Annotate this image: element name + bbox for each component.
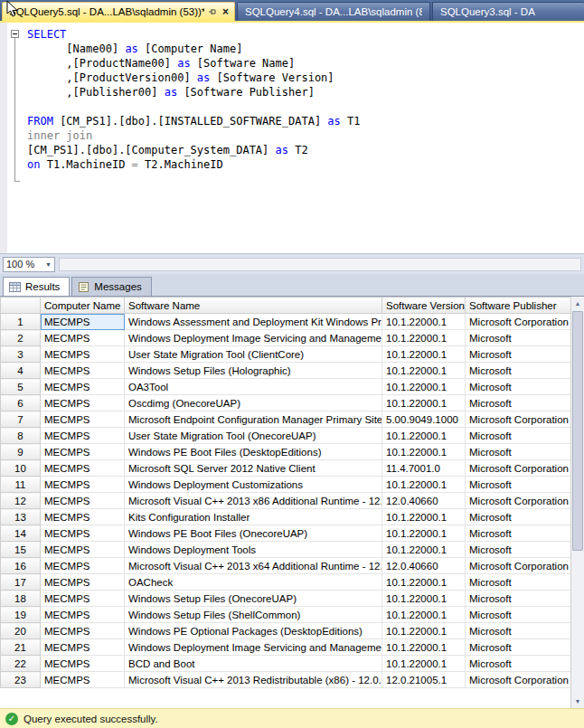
grid-cell[interactable]: MECMPS: [41, 558, 125, 574]
table-row[interactable]: 17MECMPSOACheck10.1.22000.1Microsoft: [1, 574, 571, 591]
grid-cell[interactable]: Microsoft: [466, 574, 571, 591]
grid-cell[interactable]: MECMPS: [41, 395, 125, 411]
grid-cell[interactable]: Windows Deployment Tools: [125, 542, 382, 558]
column-header-software-name[interactable]: Software Name: [125, 298, 382, 314]
grid-cell[interactable]: 10.1.22000.1: [382, 591, 466, 607]
pin-icon[interactable]: [208, 7, 217, 16]
table-row[interactable]: 16MECMPSMicrosoft Visual C++ 2013 x64 Ad…: [1, 558, 571, 574]
column-header-software-publisher[interactable]: Software Publisher: [466, 298, 571, 314]
grid-cell[interactable]: Windows PE Optional Packages (DesktopEdi…: [125, 623, 382, 639]
grid-cell[interactable]: 10.1.22000.1: [382, 363, 466, 379]
row-number-cell[interactable]: 22: [1, 656, 41, 672]
grid-cell[interactable]: 10.1.22000.1: [382, 395, 466, 411]
scroll-up-button[interactable]: ▲: [571, 297, 584, 310]
row-number-cell[interactable]: 1: [1, 314, 41, 330]
row-number-cell[interactable]: 19: [1, 607, 41, 623]
grid-cell[interactable]: MECMPS: [41, 607, 125, 623]
grid-cell[interactable]: Windows Deployment Customizations: [125, 477, 382, 493]
grid-cell[interactable]: Windows Setup Files (Holographic): [125, 363, 382, 379]
table-row[interactable]: 9MECMPSWindows PE Boot Files (DesktopEdi…: [1, 444, 571, 460]
table-row[interactable]: 5MECMPSOA3Tool10.1.22000.1Microsoft: [1, 379, 571, 395]
grid-cell[interactable]: MECMPS: [41, 574, 125, 591]
grid-cell[interactable]: MECMPS: [41, 639, 125, 656]
tab-sqlquery4[interactable]: SQLQuery4.sql - DA...LAB\sqladmin (84))*: [237, 2, 430, 21]
row-number-cell[interactable]: 21: [1, 639, 41, 656]
table-row[interactable]: 7MECMPSMicrosoft Endpoint Configuration …: [1, 411, 571, 428]
grid-cell[interactable]: 10.1.22000.1: [382, 346, 466, 363]
grid-cell[interactable]: 10.1.22000.1: [382, 607, 466, 623]
tab-results[interactable]: Results: [3, 277, 70, 296]
table-row[interactable]: 10MECMPSMicrosoft SQL Server 2012 Native…: [1, 460, 571, 477]
table-row[interactable]: 23MECMPSMicrosoft Visual C++ 2013 Redist…: [1, 672, 571, 688]
grid-cell[interactable]: Microsoft: [466, 542, 571, 558]
grid-cell[interactable]: Microsoft: [466, 379, 571, 395]
grid-cell[interactable]: Microsoft: [466, 591, 571, 607]
row-number-cell[interactable]: 12: [1, 493, 41, 509]
grid-cell[interactable]: MECMPS: [41, 363, 125, 379]
grid-cell[interactable]: 10.1.22000.1: [382, 574, 466, 591]
grid-cell[interactable]: Windows Setup Files (OnecoreUAP): [125, 591, 382, 607]
grid-cell[interactable]: OACheck: [125, 574, 382, 591]
grid-cell[interactable]: 12.0.21005.1: [382, 672, 466, 688]
grid-cell[interactable]: Microsoft Corporation: [466, 493, 571, 509]
grid-cell[interactable]: Oscdimg (OnecoreUAP): [125, 395, 382, 411]
grid-cell[interactable]: Microsoft Corporation: [466, 314, 571, 330]
table-row[interactable]: 3MECMPSUser State Migration Tool (Client…: [1, 346, 571, 363]
table-row[interactable]: 14MECMPSWindows PE Boot Files (OnecoreUA…: [1, 525, 571, 542]
row-number-cell[interactable]: 8: [1, 428, 41, 444]
grid-cell[interactable]: MECMPS: [41, 428, 125, 444]
grid-cell[interactable]: MECMPS: [41, 314, 125, 330]
row-number-cell[interactable]: 18: [1, 591, 41, 607]
table-row[interactable]: 21MECMPSWindows Deployment Image Servici…: [1, 639, 571, 656]
table-row[interactable]: 2MECMPSWindows Deployment Image Servicin…: [1, 330, 571, 346]
table-row[interactable]: 8MECMPSUser State Migration Tool (Onecor…: [1, 428, 571, 444]
grid-cell[interactable]: 10.1.22000.1: [382, 639, 466, 656]
table-row[interactable]: 4MECMPSWindows Setup Files (Holographic)…: [1, 363, 571, 379]
row-number-cell[interactable]: 4: [1, 363, 41, 379]
row-number-cell[interactable]: 13: [1, 509, 41, 525]
grid-cell[interactable]: Microsoft Visual C++ 2013 Redistributabl…: [125, 672, 382, 688]
grid-cell[interactable]: Microsoft: [466, 607, 571, 623]
row-number-cell[interactable]: 10: [1, 460, 41, 477]
grid-cell[interactable]: MECMPS: [41, 411, 125, 428]
grid-corner-cell[interactable]: [1, 298, 41, 314]
table-row[interactable]: 1MECMPSWindows Assessment and Deployment…: [1, 314, 571, 330]
grid-cell[interactable]: MECMPS: [41, 493, 125, 509]
row-number-cell[interactable]: 9: [1, 444, 41, 460]
grid-cell[interactable]: MECMPS: [41, 346, 125, 363]
grid-cell[interactable]: Microsoft: [466, 509, 571, 525]
row-number-cell[interactable]: 16: [1, 558, 41, 574]
grid-cell[interactable]: Microsoft: [466, 639, 571, 656]
grid-cell[interactable]: 10.1.22000.1: [382, 379, 466, 395]
row-number-cell[interactable]: 11: [1, 477, 41, 493]
grid-cell[interactable]: Microsoft Endpoint Configuration Manager…: [125, 411, 382, 428]
table-row[interactable]: 12MECMPSMicrosoft Visual C++ 2013 x86 Ad…: [1, 493, 571, 509]
grid-cell[interactable]: 12.0.40660: [382, 558, 466, 574]
grid-cell[interactable]: MECMPS: [41, 623, 125, 639]
row-number-cell[interactable]: 15: [1, 542, 41, 558]
grid-cell[interactable]: Microsoft: [466, 623, 571, 639]
grid-cell[interactable]: 10.1.22000.1: [382, 623, 466, 639]
row-number-cell[interactable]: 20: [1, 623, 41, 639]
grid-cell[interactable]: Microsoft: [466, 444, 571, 460]
row-number-cell[interactable]: 17: [1, 574, 41, 591]
grid-cell[interactable]: 10.1.22000.1: [382, 314, 466, 330]
tab-messages[interactable]: Messages: [71, 277, 151, 296]
grid-cell[interactable]: Microsoft: [466, 525, 571, 542]
grid-cell[interactable]: Windows Deployment Image Servicing and M…: [125, 639, 382, 656]
grid-cell[interactable]: Microsoft Visual C++ 2013 x86 Additional…: [125, 493, 382, 509]
table-row[interactable]: 20MECMPSWindows PE Optional Packages (De…: [1, 623, 571, 639]
grid-cell[interactable]: Windows PE Boot Files (OnecoreUAP): [125, 525, 382, 542]
grid-cell[interactable]: MECMPS: [41, 509, 125, 525]
grid-cell[interactable]: MECMPS: [41, 656, 125, 672]
tab-sqlquery3[interactable]: SQLQuery3.sql - DA: [432, 2, 584, 21]
grid-cell[interactable]: 12.0.40660: [382, 493, 466, 509]
scroll-thumb[interactable]: [572, 311, 583, 551]
grid-cell[interactable]: MECMPS: [41, 591, 125, 607]
grid-cell[interactable]: 11.4.7001.0: [382, 460, 466, 477]
grid-cell[interactable]: Kits Configuration Installer: [125, 509, 382, 525]
table-row[interactable]: 11MECMPSWindows Deployment Customization…: [1, 477, 571, 493]
row-number-cell[interactable]: 7: [1, 411, 41, 428]
grid-cell[interactable]: Microsoft SQL Server 2012 Native Client: [125, 460, 382, 477]
grid-cell[interactable]: Microsoft Corporation: [466, 672, 571, 688]
